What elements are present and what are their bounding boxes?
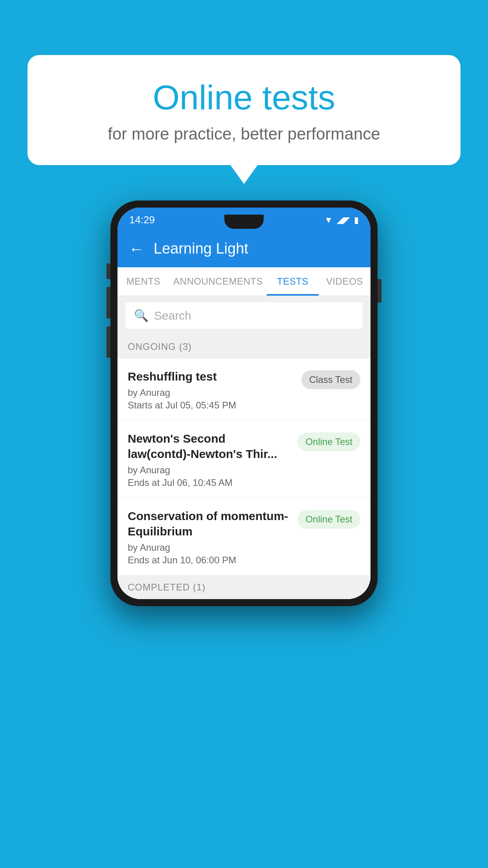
tab-announcements[interactable]: ANNOUNCEMENTS — [169, 267, 267, 296]
test-author-3: by Anurag — [128, 542, 291, 553]
test-title-2: Newton's Second law(contd)-Newton's Thir… — [128, 431, 291, 462]
battery-icon: ▮ — [354, 215, 359, 225]
test-time-3: Ends at Jun 10, 06:00 PM — [128, 555, 291, 566]
ongoing-label: ONGOING (3) — [128, 341, 192, 352]
volume-mute-button — [106, 263, 110, 279]
volume-up-button — [106, 287, 110, 318]
search-icon: 🔍 — [134, 309, 149, 322]
phone-mockup: 14:29 ▼ ◢◤ ▮ ← Learning Light MENTS ANNO… — [110, 200, 378, 606]
test-title-1: Reshuffling test — [128, 369, 295, 384]
test-info-2: Newton's Second law(contd)-Newton's Thir… — [128, 431, 291, 488]
tab-videos[interactable]: VIDEOS — [319, 267, 371, 296]
test-title-3: Conservation of momentum-Equilibrium — [128, 508, 291, 539]
status-icons: ▼ ◢◤ ▮ — [324, 215, 359, 225]
test-item-reshuffling[interactable]: Reshuffling test by Anurag Starts at Jul… — [117, 359, 371, 421]
test-time-2: Ends at Jul 06, 10:45 AM — [128, 477, 291, 488]
tabs-bar: MENTS ANNOUNCEMENTS TESTS VIDEOS — [117, 267, 371, 296]
search-container: 🔍 Search — [117, 296, 371, 335]
test-item-conservation[interactable]: Conservation of momentum-Equilibrium by … — [117, 498, 371, 576]
back-button[interactable]: ← — [128, 241, 144, 257]
speech-bubble: Online tests for more practice, better p… — [28, 55, 460, 165]
completed-section-header: COMPLETED (1) — [117, 576, 371, 599]
search-placeholder: Search — [154, 309, 191, 322]
status-time: 14:29 — [129, 214, 155, 226]
tab-tests[interactable]: TESTS — [267, 267, 319, 296]
test-badge-1: Class Test — [301, 370, 360, 389]
ongoing-section-header: ONGOING (3) — [117, 335, 371, 359]
phone-outer: 14:29 ▼ ◢◤ ▮ ← Learning Light MENTS ANNO… — [110, 200, 378, 606]
app-bar: ← Learning Light — [117, 230, 371, 267]
bubble-title: Online tests — [59, 79, 429, 117]
test-author-1: by Anurag — [128, 387, 295, 398]
tab-ments[interactable]: MENTS — [117, 267, 169, 296]
bubble-subtitle: for more practice, better performance — [59, 125, 429, 143]
power-button — [378, 279, 382, 303]
test-time-1: Starts at Jul 05, 05:45 PM — [128, 400, 295, 411]
test-info-3: Conservation of momentum-Equilibrium by … — [128, 508, 291, 566]
test-badge-3: Online Test — [297, 510, 360, 529]
test-author-2: by Anurag — [128, 465, 291, 476]
test-item-newton[interactable]: Newton's Second law(contd)-Newton's Thir… — [117, 421, 371, 498]
phone-screen: 14:29 ▼ ◢◤ ▮ ← Learning Light MENTS ANNO… — [117, 208, 371, 599]
search-box[interactable]: 🔍 Search — [125, 302, 363, 329]
volume-down-button — [106, 326, 110, 358]
test-info-1: Reshuffling test by Anurag Starts at Jul… — [128, 369, 295, 411]
test-badge-2: Online Test — [297, 432, 360, 451]
phone-notch — [224, 215, 264, 229]
signal-icon: ◢◤ — [337, 215, 350, 225]
completed-label: COMPLETED (1) — [128, 582, 205, 592]
wifi-icon: ▼ — [324, 215, 333, 225]
speech-bubble-container: Online tests for more practice, better p… — [28, 55, 460, 165]
app-bar-title: Learning Light — [154, 240, 248, 257]
